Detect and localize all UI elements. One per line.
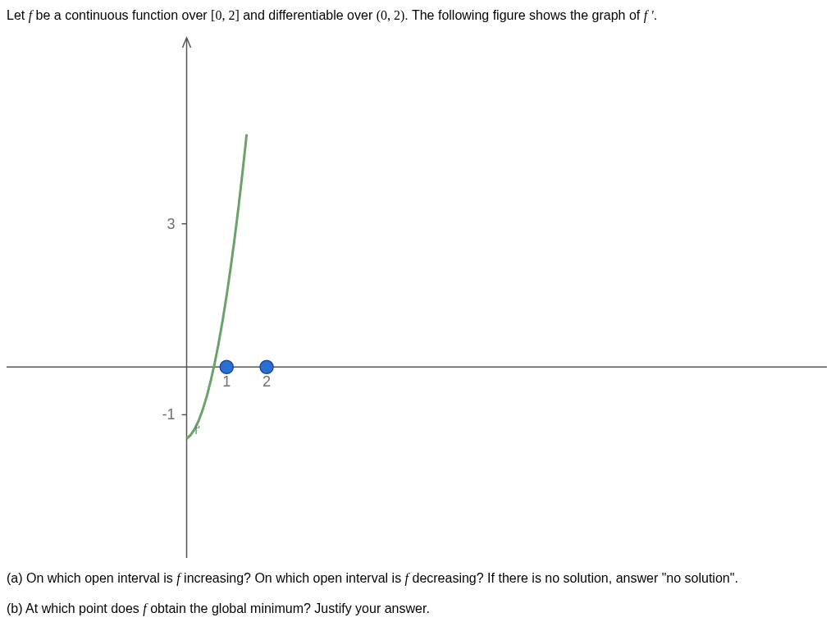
data-point xyxy=(260,361,273,374)
x-tick-label: 1 xyxy=(222,374,231,391)
intro-period: . xyxy=(654,8,657,22)
qa-mid2: decreasing? If there is no solution, ans… xyxy=(409,571,738,585)
qb-suffix: obtain the global minimum? Justify your … xyxy=(147,601,430,615)
x-tick-label: 2 xyxy=(262,374,271,391)
intro-interval-closed: [0, 2] xyxy=(211,8,240,22)
fprime-label: f' xyxy=(194,423,200,437)
qa-prefix: (a) On which open interval is xyxy=(7,571,176,585)
intro-cont1: be a continuous function over xyxy=(32,8,211,22)
y-tick-label: 3 xyxy=(167,216,175,232)
qb-prefix: (b) At which point does xyxy=(7,601,143,615)
intro-let: Let xyxy=(7,8,29,22)
intro-cont2: and differentiable over xyxy=(240,8,377,22)
intro-cont3: . The following figure shows the graph o… xyxy=(404,8,643,22)
intro-interval-open: (0, 2) xyxy=(377,8,405,22)
problem-intro: Let f be a continuous function over [0, … xyxy=(7,7,833,25)
qa-mid1: increasing? On which open interval is xyxy=(180,571,405,585)
fprime-curve xyxy=(187,135,247,439)
question-b: (b) At which point does f obtain the glo… xyxy=(7,600,833,618)
graph-of-f-prime: -1312f' xyxy=(7,33,827,558)
question-a: (a) On which open interval is f increasi… xyxy=(7,569,833,588)
y-tick-label: -1 xyxy=(162,407,175,423)
data-point xyxy=(220,361,233,374)
intro-fprime: f ′ xyxy=(644,8,654,22)
